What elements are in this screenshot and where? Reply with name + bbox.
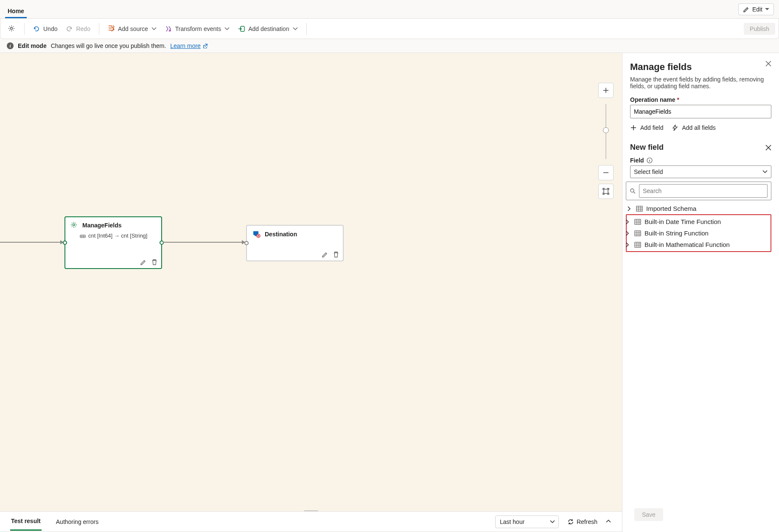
main-area: ManageFields cnt [Int64] → cnt [String] (0, 53, 779, 532)
tab-authoring-errors[interactable]: Authoring errors (55, 513, 99, 530)
publish-button: Publish (744, 23, 775, 35)
tree-label: Built-in Date Time Function (644, 218, 721, 225)
separator (24, 23, 25, 35)
minus-icon (602, 169, 609, 176)
learn-more-label: Learn more (170, 42, 201, 49)
table-icon (636, 205, 643, 212)
time-range-value: Last hour (500, 518, 524, 525)
operation-name-label: Operation name * (630, 96, 771, 103)
separator (306, 23, 307, 35)
add-field-button[interactable]: Add field (630, 124, 663, 131)
save-button: Save (634, 508, 663, 521)
manage-fields-icon (70, 221, 78, 229)
new-field-title: New field (630, 143, 664, 152)
add-field-label: Add field (640, 124, 663, 131)
canvas-controls (598, 83, 614, 199)
add-all-fields-button[interactable]: Add all fields (672, 124, 715, 131)
pencil-icon (743, 6, 750, 13)
close-panel-button[interactable] (765, 61, 771, 67)
fit-view-button[interactable] (598, 184, 614, 199)
info-icon (647, 157, 653, 163)
delete-node-button[interactable] (151, 259, 158, 266)
redo-button: Redo (62, 23, 94, 35)
transform-events-button[interactable]: Transform events (161, 23, 234, 35)
add-source-icon (108, 25, 115, 32)
svg-point-6 (169, 30, 171, 31)
search-icon (630, 188, 636, 194)
operation-name-input[interactable] (630, 105, 771, 118)
plus-icon (602, 87, 609, 94)
port-in[interactable] (244, 241, 249, 245)
edit-node-button[interactable] (140, 259, 147, 266)
manage-fields-panel: Manage fields Manage the event fields by… (622, 53, 779, 532)
add-source-button[interactable]: Add source (104, 23, 161, 35)
add-destination-icon (238, 25, 245, 32)
edit-dropdown-button[interactable]: Edit (738, 3, 774, 15)
zoom-out-button[interactable] (598, 165, 614, 180)
pencil-icon (322, 251, 328, 258)
chevron-down-icon (224, 27, 230, 31)
redo-icon (66, 25, 73, 32)
tree-datetime-function[interactable]: Built-in Date Time Function (626, 216, 769, 227)
undo-button[interactable]: Undo (29, 23, 62, 35)
plus-icon (630, 124, 637, 131)
learn-more-link[interactable]: Learn more (170, 42, 207, 49)
field-search-box[interactable] (626, 182, 771, 200)
field-select-value: Select field (634, 168, 663, 175)
chevron-down-icon (151, 27, 157, 31)
delete-node-button[interactable] (333, 251, 339, 258)
port-in[interactable] (63, 241, 67, 245)
chevron-right-icon (626, 219, 630, 224)
chevron-up-icon (606, 520, 612, 524)
bottom-bar: Test result Authoring errors Last hour R… (0, 511, 622, 532)
separator (99, 23, 99, 35)
trash-icon (151, 259, 158, 266)
undo-label: Undo (43, 25, 57, 32)
table-icon (634, 218, 641, 225)
tree-string-function[interactable]: Built-in String Function (626, 227, 769, 239)
banner-title: Edit mode (18, 42, 47, 49)
info-icon: i (7, 42, 14, 49)
zoom-slider[interactable] (605, 104, 606, 159)
tree-math-function[interactable]: Built-in Mathematical Function (626, 239, 769, 250)
chevron-right-icon (626, 231, 630, 236)
close-new-field-button[interactable] (765, 145, 771, 151)
zoom-in-button[interactable] (598, 83, 614, 98)
refresh-icon (567, 518, 574, 525)
edge-managefields-destination (163, 242, 244, 243)
panel-description: Manage the event fields by adding fields… (630, 76, 771, 90)
toolbar: Undo Redo Add source Transform events Ad… (0, 19, 779, 39)
canvas[interactable]: ManageFields cnt [Int64] → cnt [String] (0, 53, 622, 532)
tab-home[interactable]: Home (5, 3, 27, 18)
add-destination-label: Add destination (248, 25, 289, 32)
transform-label: Transform events (175, 25, 221, 32)
field-search-input[interactable] (639, 184, 768, 198)
banner-text: Changes will go live once you publish th… (51, 42, 166, 49)
field-select[interactable]: Select field (630, 165, 771, 178)
fit-icon (602, 188, 609, 195)
undo-icon (33, 25, 40, 32)
refresh-button[interactable]: Refresh (567, 518, 597, 525)
collapse-panel-button[interactable] (606, 520, 612, 524)
edit-mode-banner: i Edit mode Changes will go live once yo… (0, 39, 779, 53)
close-icon (765, 145, 771, 151)
tree-imported-schema[interactable]: Imported Schema (628, 203, 771, 214)
node-destination[interactable]: Destination (246, 225, 344, 261)
settings-button[interactable] (4, 22, 20, 35)
refresh-label: Refresh (577, 518, 597, 525)
add-destination-button[interactable]: Add destination (234, 23, 302, 35)
edit-node-button[interactable] (322, 251, 328, 258)
canvas-wrapper: ManageFields cnt [Int64] → cnt [String] (0, 53, 622, 532)
tab-test-result[interactable]: Test result (10, 512, 42, 531)
node-manage-fields[interactable]: ManageFields cnt [Int64] → cnt [String] (64, 216, 162, 269)
redo-label: Redo (76, 25, 90, 32)
time-range-select[interactable]: Last hour (495, 515, 559, 528)
node-title: Destination (265, 231, 297, 238)
chevron-down-icon (293, 27, 298, 31)
destination-icon (252, 230, 261, 238)
port-out[interactable] (160, 241, 164, 245)
table-icon (634, 241, 641, 248)
bolt-icon (672, 124, 678, 131)
chevron-right-icon (628, 206, 632, 211)
zoom-slider-thumb[interactable] (603, 127, 609, 133)
